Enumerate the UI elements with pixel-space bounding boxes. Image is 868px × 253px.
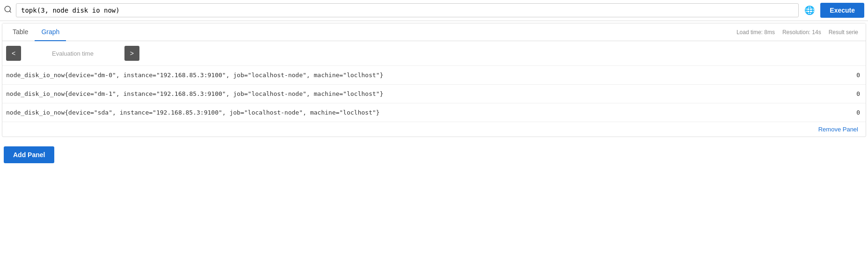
add-panel-button[interactable]: Add Panel [4,146,54,163]
table-row: node_disk_io_now{device="dm-0", instance… [2,66,866,85]
tab-meta: Load time: 8ms Resolution: 14s Result se… [737,29,862,36]
footer-row: Remove Panel [2,122,866,137]
panel-container: Table Graph Load time: 8ms Resolution: 1… [2,23,866,137]
eval-time-label: Evaluation time [24,50,122,57]
tab-graph[interactable]: Graph [35,23,66,41]
result-series: Result serie [829,29,858,36]
remove-panel-link[interactable]: Remove Panel [818,126,858,133]
tab-table[interactable]: Table [6,23,35,41]
tabs-row: Table Graph Load time: 8ms Resolution: 1… [2,23,866,41]
metric-cell: node_disk_io_now{device="sda", instance=… [2,103,838,122]
add-panel-section: Add Panel [0,139,868,171]
eval-time-row: < Evaluation time > [2,41,866,66]
prev-time-button[interactable]: < [6,46,21,61]
table-row: node_disk_io_now{device="dm-1", instance… [2,85,866,103]
metric-cell: node_disk_io_now{device="dm-1", instance… [2,85,838,103]
resolution: Resolution: 14s [782,29,821,36]
search-icon[interactable] [4,5,12,15]
search-bar: 🌐 Execute [0,0,868,21]
metric-cell: node_disk_io_now{device="dm-0", instance… [2,66,838,85]
query-input[interactable] [16,3,799,17]
value-cell: 0 [838,103,866,122]
execute-button[interactable]: Execute [820,3,864,18]
svg-point-0 [5,6,10,12]
value-cell: 0 [838,66,866,85]
results-table: node_disk_io_now{device="dm-0", instance… [2,66,866,122]
svg-line-1 [9,11,11,12]
value-cell: 0 [838,85,866,103]
table-row: node_disk_io_now{device="sda", instance=… [2,103,866,122]
next-time-button[interactable]: > [124,46,139,61]
load-time: Load time: 8ms [737,29,775,36]
globe-button[interactable]: 🌐 [802,3,817,17]
